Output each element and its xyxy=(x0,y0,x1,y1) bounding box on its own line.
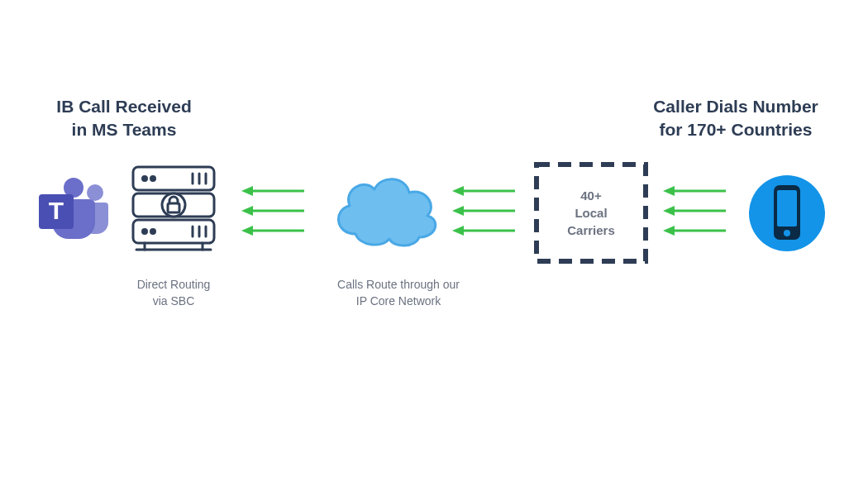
svg-marker-24 xyxy=(241,206,253,216)
svg-point-8 xyxy=(143,230,147,234)
arrows-phone-to-carriers xyxy=(661,186,727,236)
carriers-line2: Local xyxy=(567,204,615,222)
arrow-left-icon xyxy=(451,186,517,196)
cloud-network-icon xyxy=(327,169,442,252)
heading-right-line2: for 170+ Countries xyxy=(660,120,813,139)
heading-caller-dials: Caller Dials Number for 170+ Countries xyxy=(637,95,835,142)
arrow-left-icon xyxy=(240,206,306,216)
arrow-left-icon xyxy=(661,206,727,216)
call-flow-diagram: IB Call Received in MS Teams Caller Dial… xyxy=(0,0,868,496)
svg-marker-28 xyxy=(452,186,464,196)
arrow-left-icon xyxy=(451,226,517,236)
svg-marker-37 xyxy=(663,206,675,216)
svg-point-9 xyxy=(151,230,155,234)
svg-marker-39 xyxy=(663,226,675,236)
svg-marker-30 xyxy=(452,206,464,216)
heading-ib-call: IB Call Received in MS Teams xyxy=(41,95,207,142)
mobile-phone-icon xyxy=(747,174,827,253)
svg-point-43 xyxy=(784,230,790,236)
svg-point-7 xyxy=(151,177,155,181)
caption-sbc: Direct Routing via SBC xyxy=(107,277,240,309)
svg-marker-26 xyxy=(241,226,253,236)
svg-marker-22 xyxy=(241,186,253,196)
svg-marker-32 xyxy=(452,226,464,236)
teams-letter: T xyxy=(49,197,64,224)
arrow-left-icon xyxy=(661,226,727,236)
svg-point-6 xyxy=(143,177,147,181)
ms-teams-icon: T xyxy=(37,178,112,244)
arrow-left-icon xyxy=(240,186,306,196)
carriers-count: 40+ xyxy=(567,187,615,204)
local-carriers-box: 40+ Local Carriers xyxy=(533,161,649,265)
carriers-line3: Carriers xyxy=(567,222,615,239)
caption-cloud-line1: Calls Route through our xyxy=(337,278,460,291)
caption-cloud: Calls Route through our IP Core Network xyxy=(316,277,481,309)
arrow-left-icon xyxy=(661,186,727,196)
server-sbc-icon xyxy=(128,164,219,259)
heading-right-line1: Caller Dials Number xyxy=(653,97,818,116)
heading-left-line1: IB Call Received xyxy=(56,97,191,116)
svg-marker-35 xyxy=(663,186,675,196)
heading-left-line2: in MS Teams xyxy=(72,120,177,139)
caption-sbc-line2: via SBC xyxy=(153,294,195,308)
arrows-cloud-to-sbc xyxy=(240,186,306,236)
arrows-carriers-to-cloud xyxy=(451,186,517,236)
arrow-left-icon xyxy=(451,206,517,216)
caption-sbc-line1: Direct Routing xyxy=(137,278,211,291)
svg-rect-42 xyxy=(777,190,797,227)
arrow-left-icon xyxy=(240,226,306,236)
caption-cloud-line2: IP Core Network xyxy=(356,294,441,308)
svg-point-0 xyxy=(87,184,103,201)
